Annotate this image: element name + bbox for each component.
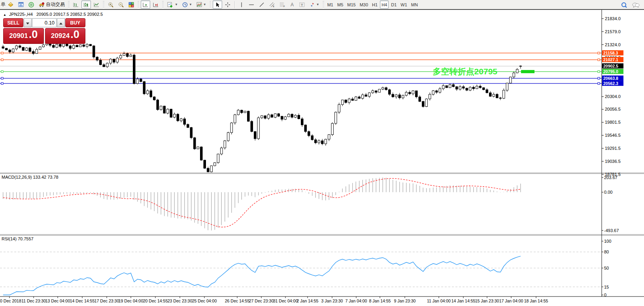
- volume-increase-button[interactable]: [57, 18, 64, 27]
- volume-input[interactable]: 0.10: [32, 18, 57, 27]
- buy-price-tile[interactable]: 20924.0: [45, 28, 86, 44]
- mt4-terminal-window: { "toolbar": { "partial_label": "单", "au…: [0, 0, 644, 306]
- trendline-icon: [259, 2, 265, 8]
- autotrading-icon: [38, 2, 45, 8]
- clipped-order-label: 单: [1, 1, 6, 8]
- arrows-dropdown-arrow[interactable]: ▼: [316, 3, 319, 6]
- new-chart-button[interactable]: ▼: [165, 0, 179, 9]
- templates-button[interactable]: ▼: [195, 0, 208, 9]
- sell-price-tile[interactable]: 20901.0: [3, 28, 44, 44]
- timeframe-m5[interactable]: M5: [336, 0, 345, 9]
- time-tick-label: 25 Dec 04:00: [192, 298, 217, 303]
- time-tick-label: 17 Dec 23:30: [94, 298, 119, 303]
- time-scale[interactable]: 10 Dec 201811 Dec 23:3013 Dec 04:0014 De…: [0, 297, 644, 303]
- line-handle[interactable]: [1, 59, 3, 61]
- rsi-pane: RSI(14) 70.75571008050150: [0, 236, 611, 297]
- equidistant-channel-tool[interactable]: E: [267, 0, 277, 9]
- auto-scroll-button[interactable]: [141, 0, 150, 9]
- crosshair-tool-button[interactable]: [223, 0, 232, 9]
- trendline-tool[interactable]: [257, 0, 266, 9]
- autotrading-button[interactable]: 自动交易: [37, 0, 66, 9]
- timeframe-w1[interactable]: W1: [399, 0, 409, 9]
- horizontal-line-tool[interactable]: [247, 0, 256, 9]
- timeframe-m1[interactable]: M1: [326, 0, 335, 9]
- macd-pane: MACD(12,26,9) 133.42 73.78203.670.00-493…: [2, 175, 619, 233]
- collapse-arrow-icon[interactable]: ▲: [3, 13, 6, 17]
- macd-axis-label: -493.67: [604, 228, 619, 233]
- crosshair-icon: [225, 2, 231, 8]
- time-tick-label: 9 Jan 23:30: [394, 298, 416, 303]
- line-handle[interactable]: [1, 77, 3, 79]
- new-order-button[interactable]: [6, 0, 15, 9]
- fibonacci-icon: F: [279, 2, 285, 8]
- arrows-tool[interactable]: ▼: [308, 0, 321, 9]
- buy-price-decimal: .0: [70, 28, 79, 41]
- line-handle[interactable]: [1, 71, 3, 73]
- line-chart-icon: [93, 2, 100, 8]
- template-icon: [196, 2, 202, 8]
- chart-canvas[interactable]: 多空转折点20795MACD(12,26,9) 133.42 73.78203.…: [0, 10, 644, 306]
- line-handle[interactable]: [1, 52, 3, 54]
- timeframe-mn[interactable]: MN: [410, 0, 419, 9]
- cursor-icon: [214, 2, 221, 8]
- tile-windows-button[interactable]: [127, 0, 136, 9]
- sell-button[interactable]: SELL: [3, 18, 23, 27]
- rsi-label: RSI(14) 70.7557: [2, 236, 34, 241]
- fibonacci-tool[interactable]: F: [278, 0, 287, 9]
- text-label-tool[interactable]: T: [297, 0, 307, 9]
- text-tool[interactable]: A: [288, 0, 297, 9]
- zoom-out-button[interactable]: [116, 0, 126, 9]
- symbol-period-label: JPN225-,H4: [9, 12, 33, 17]
- rsi-axis-label: 80: [604, 249, 609, 254]
- periods-button[interactable]: ▼: [180, 0, 194, 9]
- bar-chart-icon: [73, 2, 79, 8]
- new-chart-dropdown-arrow[interactable]: ▼: [175, 3, 178, 6]
- time-tick-label: 27 Dec 23:30: [249, 298, 274, 303]
- search-button[interactable]: [619, 1, 629, 9]
- time-tick-label: 13 Dec 04:00: [45, 298, 70, 303]
- market-watch-icon: [18, 2, 24, 8]
- time-tick-label: 14 Jan 14:55: [451, 298, 476, 303]
- time-tick-label: 10 Dec 2018: [0, 298, 21, 303]
- bar-chart-button[interactable]: [71, 0, 81, 9]
- buy-button[interactable]: BUY: [65, 18, 85, 27]
- chat-button[interactable]: [630, 1, 641, 9]
- timeframe-h4[interactable]: H4: [380, 0, 389, 9]
- price-tick-label: 19036.5: [605, 159, 621, 164]
- chart-shift-icon: [153, 2, 159, 8]
- line-handle[interactable]: [598, 52, 600, 54]
- periods-dropdown-arrow[interactable]: ▼: [189, 3, 192, 6]
- svg-text:A: A: [291, 2, 294, 8]
- line-chart-button[interactable]: [92, 0, 101, 9]
- zoom-in-button[interactable]: [106, 0, 115, 9]
- arrows-icon: [309, 2, 315, 8]
- price-tick-label: 20056.5: [605, 107, 621, 111]
- ohlc-values: 20905.0 20917.5 20852.5 20902.5: [36, 12, 103, 17]
- cursor-tool-button[interactable]: [213, 0, 222, 9]
- line-handle[interactable]: [598, 83, 600, 85]
- templates-dropdown-arrow[interactable]: ▼: [203, 3, 206, 6]
- timeframe-h1[interactable]: H1: [370, 0, 379, 9]
- time-tick-label: 7 Jan 04:00: [346, 298, 367, 303]
- timeframe-d1[interactable]: D1: [389, 0, 398, 9]
- price-tick-label: 19291.5: [605, 146, 621, 151]
- signals-button[interactable]: [26, 0, 36, 9]
- chat-bubbles-icon: [632, 2, 640, 9]
- timeframe-m15[interactable]: M15: [346, 0, 357, 9]
- line-handle[interactable]: [1, 83, 3, 85]
- timeframe-m30[interactable]: M30: [358, 0, 370, 9]
- volume-decrease-button[interactable]: [24, 18, 31, 27]
- price-badge-21027.1: 21027.1: [603, 57, 618, 62]
- candlestick-chart-button[interactable]: [81, 0, 91, 9]
- tile-windows-icon: [128, 2, 134, 8]
- vertical-line-tool[interactable]: [237, 0, 246, 9]
- line-handle[interactable]: [598, 59, 600, 61]
- candlestick-chart-icon: [83, 2, 89, 8]
- line-handle[interactable]: [598, 77, 600, 79]
- horizontal-line-icon: [248, 2, 255, 8]
- pivot-highlight-segment[interactable]: [521, 70, 534, 73]
- chart-shift-button[interactable]: [151, 0, 161, 9]
- market-watch-button[interactable]: [16, 0, 26, 9]
- annotation-text[interactable]: 多空转折点20795: [433, 67, 498, 76]
- line-handle[interactable]: [598, 71, 600, 73]
